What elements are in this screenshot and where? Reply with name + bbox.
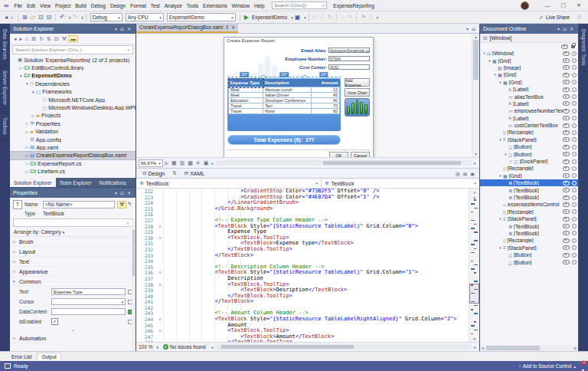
- xaml-designer-surface[interactable]: Create Expense Report Email Alias:Someon…: [136, 34, 479, 157]
- tree-item[interactable]: ▾◫Frameworks: [10, 88, 136, 96]
- tree-item[interactable]: ◫Microsoft.WindowsDesktop.App.WPF: [10, 103, 136, 111]
- show-grid-icon[interactable]: ▦: [170, 160, 178, 166]
- isenabled-checkbox[interactable]: ✓: [51, 318, 58, 325]
- bottom-tab-error-list[interactable]: Error List: [8, 353, 35, 360]
- ok-button[interactable]: OK: [329, 152, 348, 157]
- effects-icon[interactable]: fx: [163, 160, 170, 166]
- visibility-eye-icon[interactable]: [563, 231, 570, 235]
- outline-item[interactable]: ▾◻[Button]: [480, 150, 578, 157]
- redo-icon[interactable]: ↷: [71, 14, 80, 21]
- visibility-eye-icon[interactable]: [563, 51, 570, 56]
- outline-item[interactable]: ▷◫[DockPanel]: [480, 158, 578, 165]
- events-view-icon[interactable]: ϟ: [126, 201, 132, 208]
- visibility-eye-icon[interactable]: [563, 181, 570, 186]
- tree-item[interactable]: ▷C#LineItem.cs: [10, 167, 136, 175]
- scroll-right-icon[interactable]: ►: [573, 346, 577, 350]
- visibility-eye-icon[interactable]: [563, 65, 570, 70]
- close-icon[interactable]: ✕: [568, 26, 575, 31]
- tool-tab-notifications[interactable]: Notifications: [95, 178, 129, 187]
- minimize-button[interactable]: —: [540, 3, 556, 8]
- field-textbox[interactable]: Someone@example.com: [328, 48, 370, 53]
- refresh-icon[interactable]: ↻: [38, 36, 45, 42]
- lock-toggle-icon[interactable]: [572, 116, 577, 120]
- lock-toggle-icon[interactable]: [572, 253, 577, 258]
- close-icon[interactable]: ✕: [126, 26, 132, 31]
- tree-item[interactable]: ▾◇Dependencies: [10, 80, 136, 87]
- side-tab-toolbox[interactable]: Toolbox: [2, 112, 8, 140]
- visibility-eye-icon[interactable]: [563, 116, 570, 120]
- expand-more-icon[interactable]: ⌄: [10, 327, 136, 333]
- lock-toggle-icon[interactable]: [572, 94, 577, 99]
- table-header-expense-type[interactable]: Expense Type: [229, 79, 263, 87]
- lock-toggle-icon[interactable]: [572, 51, 577, 56]
- window-menu-icon[interactable]: ▾: [113, 26, 119, 31]
- close-icon[interactable]: ✕: [229, 25, 235, 30]
- outline-item[interactable]: ≣[TextBlock]: [480, 222, 578, 229]
- outline-item[interactable]: ▯[Rectangle]: [480, 237, 578, 244]
- lock-toggle-icon[interactable]: [572, 58, 577, 63]
- visibility-eye-icon[interactable]: [563, 209, 570, 214]
- code-line[interactable]: 248 </TextBlock.ToolTip>: [136, 340, 479, 342]
- expander-icon[interactable]: ▾: [492, 73, 498, 77]
- column-width-badge[interactable]: 33*: [240, 72, 249, 77]
- outline-item[interactable]: ▯[Rectangle]: [480, 208, 578, 215]
- outline-item[interactable]: ▯[Rectangle]: [480, 129, 578, 136]
- side-tab-data-sources[interactable]: Data Sources: [2, 24, 8, 65]
- outline-item[interactable]: ▯[Rectangle]: [480, 165, 578, 172]
- visibility-eye-icon[interactable]: [563, 238, 570, 243]
- tree-item[interactable]: ▣Solution 'ExpenseReporting' (2 of 2 pro…: [10, 56, 136, 64]
- visibility-eye-icon[interactable]: [563, 260, 570, 264]
- outline-item[interactable]: ≣[TextBlock]: [480, 194, 578, 201]
- tool-tab-team-explorer[interactable]: Team Explorer: [56, 178, 96, 187]
- performance-profiler-icon[interactable]: ▣: [293, 14, 302, 21]
- expander-icon[interactable]: ▾: [498, 174, 503, 178]
- scroll-left-icon[interactable]: ◄: [211, 345, 214, 350]
- design-preview-dialog[interactable]: Create Expense Report Email Alias:Someon…: [224, 37, 374, 157]
- lock-toggle-icon[interactable]: [572, 209, 577, 214]
- lock-toggle-icon[interactable]: [572, 159, 577, 164]
- visibility-eye-icon[interactable]: [563, 80, 570, 84]
- split-editor-icon[interactable]: ✛: [469, 189, 479, 195]
- add-to-source-control-button[interactable]: Add to Source Control: [523, 363, 572, 369]
- visibility-eye-icon[interactable]: [563, 137, 570, 142]
- outline-item[interactable]: ▧[Image]: [480, 64, 578, 71]
- visibility-eye-icon[interactable]: [563, 173, 570, 178]
- visibility-eye-icon[interactable]: [563, 123, 570, 128]
- lock-toggle-icon[interactable]: [572, 260, 577, 264]
- editor-horizontal-scrollbar[interactable]: [217, 344, 472, 350]
- scroll-left-icon[interactable]: ◄: [481, 346, 485, 350]
- pin-icon[interactable]: ⊡: [119, 190, 126, 195]
- visibility-eye-icon[interactable]: [563, 94, 570, 99]
- visibility-eye-icon[interactable]: [563, 101, 570, 106]
- lock-toggle-icon[interactable]: [572, 166, 577, 171]
- save-icon[interactable]: ⊡: [37, 14, 45, 21]
- fold-collapse-icon[interactable]: ⊟: [157, 328, 163, 334]
- scroll-left-icon[interactable]: ◄: [210, 161, 214, 166]
- category-common[interactable]: ▾Common: [10, 277, 136, 287]
- visibility-eye-icon[interactable]: [563, 130, 570, 135]
- visibility-eye-icon[interactable]: [563, 73, 570, 77]
- expander-icon[interactable]: ▾: [24, 81, 30, 86]
- outline-item[interactable]: ▾▦[Grid]: [480, 79, 578, 86]
- menu-design[interactable]: Design: [108, 3, 128, 8]
- visibility-eye-icon[interactable]: [563, 87, 570, 92]
- show-annotations-icon[interactable]: ▣: [202, 160, 211, 166]
- outline-item[interactable]: A[Label]: [480, 115, 578, 122]
- horizontal-split-icon[interactable]: ▤: [462, 171, 469, 176]
- open-folder-icon[interactable]: ▱: [29, 14, 37, 21]
- design-tab[interactable]: ⊡ Design: [139, 170, 168, 176]
- property-datacontext-field[interactable]: [51, 308, 126, 315]
- expander-icon[interactable]: ▾: [18, 74, 24, 78]
- lock-toggle-icon[interactable]: [572, 238, 577, 243]
- solution-explorer-search[interactable]: Search Solution Explorer (Ctrl+;) ⌕: [12, 45, 133, 54]
- live-share-button[interactable]: ⇗ Live Share ⚐: [536, 15, 583, 21]
- tree-item[interactable]: ▷⚒Properties: [10, 120, 136, 127]
- quick-search-box[interactable]: Search (Ctrl+Q) ⌕: [272, 2, 327, 9]
- table-row[interactable]: MealItalian Dinner45: [229, 93, 340, 98]
- breadcrumb-left[interactable]: ≣ TextBlock ▾: [136, 179, 322, 188]
- swap-panes-icon[interactable]: ⇅: [168, 170, 181, 176]
- fold-collapse-icon[interactable]: ⊟: [157, 282, 163, 288]
- lock-toggle-icon[interactable]: [572, 65, 577, 70]
- expander-icon[interactable]: ▷: [13, 239, 19, 244]
- scroll-down-icon[interactable]: ▼: [469, 337, 479, 341]
